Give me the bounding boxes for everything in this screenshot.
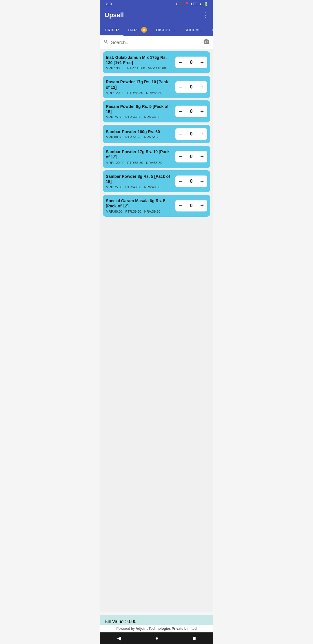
product-name: Special Garam Masala 6g Rs. 5 [Pack of 1… [106, 198, 172, 209]
main-content: Inst. Gulab Jamun Mix 175g Rs. 130 [1+1 … [100, 36, 213, 644]
product-name: Rasam Powder 8g Rs. 5 [Pack of 15] [106, 104, 172, 114]
qty-increase-button[interactable]: + [197, 200, 207, 211]
tab-tasks[interactable]: TASKS [207, 23, 213, 36]
app-bar: Upsell ⋮ [100, 8, 213, 23]
app-title: Upsell [105, 11, 124, 19]
qty-decrease-button[interactable]: − [175, 128, 186, 140]
qty-control: − 0 + [175, 128, 207, 140]
more-options-icon[interactable]: ⋮ [202, 11, 208, 19]
product-card: Sambar Powder 17g Rs. 10 [Pack of 12] MR… [103, 146, 210, 168]
product-name: Sambar Powder 8g Rs. 5 [Pack of 15] [106, 174, 172, 184]
qty-value: 0 [186, 177, 197, 186]
product-info: Special Garam Masala 6g Rs. 5 [Pack of 1… [106, 198, 172, 213]
nav-bar: ◀ ● ■ [100, 632, 213, 644]
status-network: LTE [191, 2, 197, 6]
product-card: Inst. Gulab Jamun Mix 175g Rs. 130 [1+1 … [103, 51, 210, 73]
tab-cart[interactable]: CART 0 [123, 23, 151, 36]
qty-increase-button[interactable]: + [197, 106, 207, 117]
product-mrp: MRP:75.00 [106, 115, 123, 119]
product-card: Sambar Powder 8g Rs. 5 [Pack of 15] MRP:… [103, 170, 210, 192]
qty-decrease-button[interactable]: − [175, 200, 186, 211]
product-nrv: NRV:51.95 [144, 135, 161, 139]
qty-decrease-button[interactable]: − [175, 176, 186, 187]
product-prices: MRP:120.00 PTR:88.80 NRV:88.80 [106, 91, 172, 95]
qty-value: 0 [186, 107, 197, 116]
product-info: Rasam Powder 8g Rs. 5 [Pack of 15] MRP:7… [106, 104, 172, 119]
product-mrp: MRP:60.00 [106, 210, 123, 213]
status-signal-icon: ▲ [199, 2, 202, 6]
qty-increase-button[interactable]: + [197, 176, 207, 187]
camera-icon[interactable] [203, 39, 210, 46]
product-mrp: MRP:120.00 [106, 161, 124, 164]
product-info: Sambar Powder 100g Rs. 60 MRP:60.00 PTR:… [106, 129, 172, 139]
qty-value: 0 [186, 201, 197, 210]
status-info-icon: ℹ [176, 2, 177, 6]
tab-scheme[interactable]: SCHEM... [180, 23, 207, 36]
product-prices: MRP:75.00 PTR:49.50 NRV:49.50 [106, 115, 172, 119]
powered-by: Powered by Adjoint Technologies Private … [100, 625, 213, 632]
product-card: Rasam Powder 8g Rs. 5 [Pack of 15] MRP:7… [103, 100, 210, 122]
product-info: Sambar Powder 8g Rs. 5 [Pack of 15] MRP:… [106, 174, 172, 189]
product-info: Inst. Gulab Jamun Mix 175g Rs. 130 [1+1 … [106, 55, 172, 70]
product-card: Sambar Powder 100g Rs. 60 MRP:60.00 PTR:… [103, 125, 210, 143]
qty-increase-button[interactable]: + [197, 81, 207, 93]
qty-control: − 0 + [175, 151, 207, 162]
product-name: Rasam Powder 17g Rs. 10 [Pack of 12] [106, 79, 172, 90]
product-ptr: PTR:49.50 [125, 115, 141, 119]
cart-badge: 0 [141, 27, 147, 33]
tab-bar: ORDER CART 0 DISCOU... SCHEM... TASKS [100, 23, 213, 36]
qty-increase-button[interactable]: + [197, 151, 207, 162]
product-ptr: PTR:39.60 [125, 210, 141, 213]
product-nrv: NRV:49.50 [144, 185, 161, 189]
nav-home-button[interactable]: ● [150, 635, 164, 641]
qty-decrease-button[interactable]: − [175, 151, 186, 162]
search-icon [103, 39, 109, 46]
qty-control: − 0 + [175, 81, 207, 93]
product-name: Inst. Gulab Jamun Mix 175g Rs. 130 [1+1 … [106, 55, 172, 65]
qty-decrease-button[interactable]: − [175, 81, 186, 93]
status-bar: 3:10 ℹ 🎧 📍 LTE ▲ 🔋 [100, 0, 213, 8]
product-nrv: NRV:88.80 [146, 91, 162, 95]
nav-recent-button[interactable]: ■ [187, 635, 202, 641]
qty-decrease-button[interactable]: − [175, 106, 186, 117]
product-ptr: PTR:88.80 [127, 91, 143, 95]
status-location-icon: 📍 [185, 2, 189, 6]
qty-value: 0 [186, 152, 197, 161]
qty-increase-button[interactable]: + [197, 57, 207, 68]
qty-control: − 0 + [175, 176, 207, 187]
product-mrp: MRP:120.00 [106, 91, 124, 95]
qty-value: 0 [186, 58, 197, 67]
product-nrv: NRV:49.50 [144, 115, 161, 119]
product-card: Special Garam Masala 6g Rs. 5 [Pack of 1… [103, 195, 210, 217]
qty-decrease-button[interactable]: − [175, 57, 186, 68]
product-ptr: PTR:49.50 [125, 185, 141, 189]
status-battery-icon: 🔋 [204, 2, 208, 6]
product-prices: MRP:75.00 PTR:49.50 NRV:49.50 [106, 185, 172, 189]
product-prices: MRP:130.00 PTR:113.60 NRV:113.60 [106, 66, 172, 70]
nav-back-button[interactable]: ◀ [111, 635, 127, 641]
product-nrv: NRV:113.60 [148, 66, 166, 70]
qty-value: 0 [186, 83, 197, 91]
qty-control: − 0 + [175, 200, 207, 211]
tab-discount[interactable]: DISCOU... [152, 23, 180, 36]
product-ptr: PTR:88.80 [127, 161, 143, 164]
product-mrp: MRP:60.00 [106, 135, 123, 139]
status-time: 3:10 [105, 2, 112, 6]
product-nrv: NRV:39.60 [144, 210, 161, 213]
product-card: Rasam Powder 17g Rs. 10 [Pack of 12] MRP… [103, 76, 210, 98]
qty-control: − 0 + [175, 57, 207, 68]
qty-value: 0 [186, 130, 197, 138]
product-mrp: MRP:75.00 [106, 185, 123, 189]
search-input[interactable] [111, 40, 201, 45]
qty-increase-button[interactable]: + [197, 128, 207, 140]
product-prices: MRP:60.00 PTR:39.60 NRV:39.60 [106, 210, 172, 213]
qty-control: − 0 + [175, 106, 207, 117]
product-ptr: PTR:51.95 [125, 135, 141, 139]
product-info: Sambar Powder 17g Rs. 10 [Pack of 12] MR… [106, 149, 172, 164]
product-name: Sambar Powder 100g Rs. 60 [106, 129, 172, 134]
product-prices: MRP:60.00 PTR:51.95 NRV:51.95 [106, 135, 172, 139]
tab-order[interactable]: ORDER [100, 23, 123, 36]
status-headphone-icon: 🎧 [179, 2, 183, 6]
product-list: Inst. Gulab Jamun Mix 175g Rs. 130 [1+1 … [100, 49, 213, 612]
product-nrv: NRV:88.80 [146, 161, 162, 164]
